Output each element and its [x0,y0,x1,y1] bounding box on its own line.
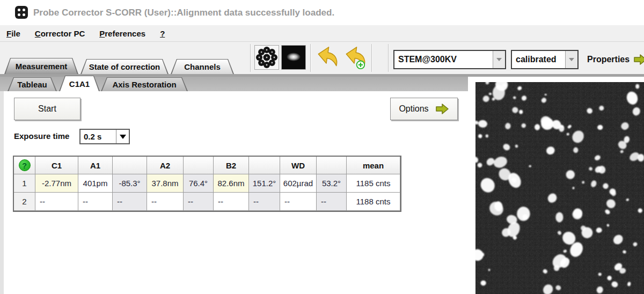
column-header-blank [113,157,147,174]
table-cell-r2c1[interactable]: -- [35,193,78,211]
tab-label: Axis Restoration [112,80,176,89]
column-header-blank [317,157,347,174]
tab-tableau[interactable]: Tableau [8,77,57,91]
titlebar: Probe Corrector S-CORR (User)::Alignment… [0,0,644,25]
calibration-state-value: calibrated [512,51,565,68]
tab-label: C1A1 [69,79,90,89]
exposure-time-select[interactable]: 0.2 s [79,129,130,144]
options-arrow-icon [435,102,449,115]
calibration-state-select[interactable]: calibrated [511,50,579,69]
measurement-table: ?C1A1A2B2WDmean1-2.77nm401pm-85.3°37.8nm… [13,156,401,212]
table-cell-r1c8[interactable]: 602µrad [280,174,317,193]
column-header-c1: C1 [35,157,78,174]
column-header-a1: A1 [78,157,113,174]
menu-item-[interactable]: ? [160,29,165,38]
properties-label: Properties [587,50,630,69]
column-header-wd: WD [280,157,317,174]
help-icon[interactable]: ? [19,159,31,171]
table-cell-r1c1[interactable]: -2.77nm [35,174,78,193]
column-header-mean: mean [347,157,400,174]
tab-label: Channels [184,62,221,71]
table-cell-r1c10[interactable]: 1185 cnts [347,174,400,193]
tab-label: State of correction [89,62,160,71]
column-header-a2: A2 [147,157,184,174]
tab-c1a1[interactable]: C1A1 [59,76,100,91]
tab-measurement[interactable]: Measurement [4,58,78,74]
table-cell-r1c5[interactable]: 76.4° [184,174,214,193]
table-cell-r1c7[interactable]: 151.2° [249,174,280,193]
options-button-label: Options [399,104,428,114]
chevron-down-icon[interactable] [565,51,577,68]
table-cell-r2c2[interactable]: -- [78,193,113,211]
undo-add-icon[interactable] [342,46,366,70]
toolbar-separator [310,44,311,72]
device-select-value: STEM@300KV [394,51,493,68]
tab-label: Measurement [16,62,68,71]
undo-icon[interactable] [314,46,338,70]
toolbar-separator [371,44,372,72]
tab-channels[interactable]: Channels [171,59,234,74]
app-icon [15,6,28,19]
table-cell-r2c7[interactable]: -- [249,193,280,211]
table-cell-r1c9[interactable]: 53.2° [317,174,347,193]
start-button[interactable]: Start [14,98,80,120]
menu-item-preferences[interactable]: Preferences [99,29,145,38]
device-select[interactable]: STEM@300KV [393,50,506,69]
tab-label: Tableau [17,80,47,89]
row-number[interactable]: 1 [14,174,35,193]
table-cell-r2c3[interactable]: -- [113,193,147,211]
stem-image-panel [475,82,644,294]
tab-state-of-correction[interactable]: State of correction [80,59,169,74]
table-cell-r2c10[interactable]: 1188 cnts [347,193,400,211]
table-cell-r2c9[interactable]: -- [317,193,347,211]
table-cell-r1c6[interactable]: 82.6nm [214,174,249,193]
column-header-b2: B2 [214,157,249,174]
exposure-time-label: Exposure time [14,129,69,144]
table-cell-r1c2[interactable]: 401pm [78,174,113,193]
table-cell-r1c4[interactable]: 37.8nm [147,174,184,193]
properties-arrow-icon[interactable] [633,53,644,66]
toolbar-separator [250,44,251,72]
left-margin-strip [0,91,4,294]
table-help-cell[interactable]: ? [14,157,35,174]
probe-corrector-window: Probe Corrector S-CORR (User)::Alignment… [0,0,644,294]
table-cell-r1c3[interactable]: -85.3° [113,174,147,193]
start-button-label: Start [38,104,56,114]
probe-image-icon[interactable] [281,45,306,70]
menu-item-file[interactable]: File [6,29,20,38]
chevron-down-icon[interactable] [493,51,505,68]
exposure-time-value: 0.2 s [80,130,116,143]
tab-axis-restoration[interactable]: Axis Restoration [101,77,188,91]
column-header-blank [184,157,214,174]
row-number[interactable]: 2 [14,193,35,211]
column-header-blank [249,157,280,174]
table-cell-r2c8[interactable]: -- [280,193,317,211]
table-cell-r2c4[interactable]: -- [147,193,184,211]
menu-item-corrector-pc[interactable]: Corrector PC [35,29,85,38]
table-cell-r2c6[interactable]: -- [214,193,249,211]
toolbar-separator [388,44,389,72]
options-button[interactable]: Options [390,98,458,120]
tableau-thumbnail-icon[interactable] [254,45,279,70]
window-title: Probe Corrector S-CORR (User)::Alignment… [33,0,334,25]
menubar: FileCorrector PCPreferences? [0,25,644,42]
toolbar: STEM@300KV calibrated Properties Measure… [0,42,644,74]
table-cell-r2c5[interactable]: -- [184,193,214,211]
chevron-down-icon[interactable] [116,130,129,143]
